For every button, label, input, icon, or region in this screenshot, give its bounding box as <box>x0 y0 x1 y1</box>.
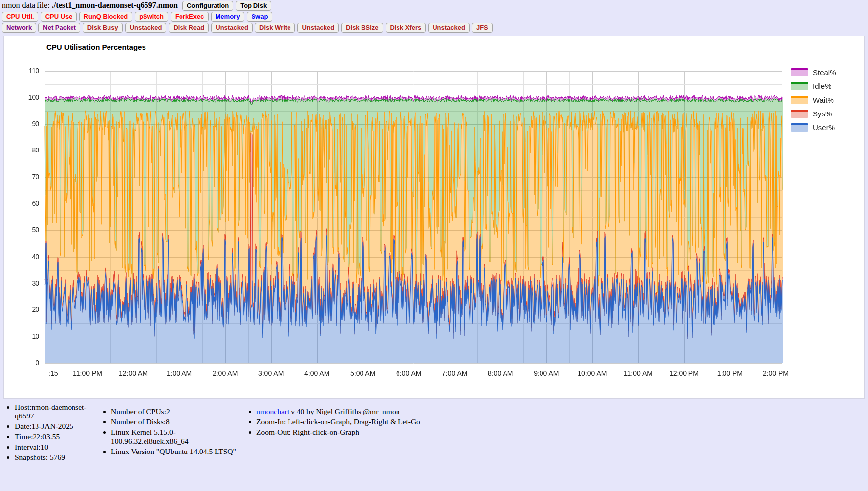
footer-credit-suffix: v 40 by Nigel Griffiths @mr_nmon <box>289 407 399 415</box>
footer-credit-line: nmonchart v 40 by Nigel Griffiths @mr_nm… <box>256 407 562 416</box>
button-forkexec[interactable]: ForkExec <box>171 12 209 22</box>
button-swap[interactable]: Swap <box>247 12 272 22</box>
footer-item: Snapshots: 5769 <box>15 453 101 462</box>
footer-item: Zoom-In: Left-click-on-Graph, Drag-Right… <box>256 417 562 426</box>
footer-item: Date:13-JAN-2025 <box>15 422 101 431</box>
y-tick-label: 100 <box>4 93 39 101</box>
button-cpu-util-[interactable]: CPU Util. <box>2 12 38 22</box>
footer-system-info: Number of CPUs:2Number of Disks:8Linux K… <box>101 403 247 463</box>
y-tick-label: 30 <box>4 279 39 287</box>
button-disk-xfers[interactable]: Disk Xfers <box>386 23 426 33</box>
legend-label: Steal% <box>813 68 836 76</box>
button-top-disk[interactable]: Top Disk <box>236 1 271 11</box>
x-tick-label: 12:00 AM <box>111 369 156 377</box>
legend-label: Idle% <box>813 82 832 90</box>
legend-entry-steal: Steal% <box>791 68 836 77</box>
footer-item: Linux Version "QUbuntu 14.04.5 LTSQ" <box>111 447 247 456</box>
x-tick-label: 8:00 AM <box>478 369 523 377</box>
legend-label: Sys% <box>813 110 832 118</box>
x-tick-label: 10:00 AM <box>570 369 615 377</box>
y-tick-label: 110 <box>4 67 39 75</box>
button-cpu-use[interactable]: CPU Use <box>41 12 77 22</box>
footer-host-info: Host:nmon-daemonset-q6597Date:13-JAN-202… <box>5 403 101 463</box>
footer-item: Host:nmon-daemonset-q6597 <box>15 403 101 420</box>
button-unstacked[interactable]: Unstacked <box>125 23 167 33</box>
button-disk-bsize[interactable]: Disk BSize <box>341 23 383 33</box>
button-runq-blocked[interactable]: RunQ Blocked <box>79 12 133 22</box>
header-row-file: nmon data file: ./test1_nmon-daemonset-q… <box>2 1 866 11</box>
chart-panel: CPU Utilisation Percentages 010203040506… <box>3 36 865 399</box>
nmonchart-page: { "header": { "file_label": "nmon data f… <box>0 0 868 491</box>
footer-credits: nmonchart v 40 by Nigel Griffiths @mr_nm… <box>247 403 562 463</box>
footer-item: Time:22:03.55 <box>15 432 101 441</box>
x-tick-label: 6:00 AM <box>387 369 431 377</box>
button-network[interactable]: Network <box>2 23 36 33</box>
x-tick-label: 4:00 AM <box>295 369 339 377</box>
file-name: ./test1_nmon-daemonset-q6597.nmon <box>52 1 178 9</box>
y-tick-label: 20 <box>4 305 39 313</box>
header-bar: nmon data file: ./test1_nmon-daemonset-q… <box>2 1 866 34</box>
cpu-utilisation-stacked-area-chart[interactable] <box>4 36 865 399</box>
button-pswitch[interactable]: pSwitch <box>135 12 168 22</box>
y-tick-label: 0 <box>4 359 39 367</box>
header-row-disk-buttons: NetworkNet PacketDisk BusyUnstackedDisk … <box>2 23 866 33</box>
y-tick-label: 50 <box>4 226 39 234</box>
button-disk-write[interactable]: Disk Write <box>255 23 295 33</box>
legend-label: User% <box>813 123 835 132</box>
x-tick-label: 5:00 AM <box>341 369 385 377</box>
legend-swatch-icon <box>791 68 808 76</box>
footer-item: Zoom-Out: Right-click-on-Graph <box>256 428 562 437</box>
x-tick-label: 12:00 PM <box>662 369 706 377</box>
legend-entry-sys: Sys% <box>791 109 836 118</box>
x-tick-label: 2:00 AM <box>203 369 248 377</box>
legend-swatch-icon <box>791 96 808 104</box>
footer-item: Linux Kernel 5.15.0-100.96.32.el8uek.x86… <box>111 428 247 446</box>
nmonchart-link[interactable]: nmonchart <box>256 407 289 415</box>
x-tick-label: 7:00 AM <box>433 369 477 377</box>
button-unstacked[interactable]: Unstacked <box>211 23 253 33</box>
button-configuration[interactable]: Configuration <box>182 1 233 11</box>
legend-swatch-icon <box>791 123 808 132</box>
x-tick-label: 11:00 AM <box>616 369 660 377</box>
button-memory[interactable]: Memory <box>211 12 245 22</box>
x-tick-label: 3:00 AM <box>249 369 293 377</box>
legend-label: Wait% <box>813 96 834 104</box>
y-tick-label: 10 <box>4 332 39 340</box>
footer-item: Interval:10 <box>15 443 101 452</box>
footer-info: Host:nmon-daemonset-q6597Date:13-JAN-202… <box>5 403 562 463</box>
legend-entry-idle: Idle% <box>791 81 836 91</box>
top-buttons: ConfigurationTop Disk <box>182 1 274 9</box>
legend-entry-user: User% <box>791 123 836 132</box>
x-tick-label: 1:00 PM <box>708 369 752 377</box>
legend-entry-wait: Wait% <box>791 95 836 105</box>
y-tick-label: 60 <box>4 199 39 207</box>
button-jfs[interactable]: JFS <box>472 23 493 33</box>
button-net-packet[interactable]: Net Packet <box>38 23 80 33</box>
button-disk-read[interactable]: Disk Read <box>169 23 209 33</box>
file-label: nmon data file: <box>2 1 50 9</box>
legend-swatch-icon <box>791 82 808 90</box>
y-tick-label: 70 <box>4 173 39 181</box>
legend-swatch-icon <box>791 110 808 118</box>
y-tick-label: 80 <box>4 146 39 154</box>
button-unstacked[interactable]: Unstacked <box>428 23 470 33</box>
x-tick-label: 2:00 PM <box>754 369 798 377</box>
button-unstacked[interactable]: Unstacked <box>297 23 339 33</box>
chart-legend: Steal%Idle%Wait%Sys%User% <box>791 68 836 137</box>
x-tick-label: 11:00 PM <box>66 369 110 377</box>
footer-divider <box>247 405 562 405</box>
header-row-cpu-buttons: CPU Util.CPU UseRunQ BlockedpSwitchForkE… <box>2 12 866 22</box>
footer-item: Number of Disks:8 <box>111 417 247 426</box>
x-tick-label: 1:00 AM <box>157 369 202 377</box>
footer-item: Number of CPUs:2 <box>111 407 247 416</box>
y-tick-label: 90 <box>4 120 39 128</box>
x-tick-label: 9:00 AM <box>524 369 569 377</box>
y-tick-label: 40 <box>4 253 39 261</box>
button-disk-busy[interactable]: Disk Busy <box>83 23 123 33</box>
